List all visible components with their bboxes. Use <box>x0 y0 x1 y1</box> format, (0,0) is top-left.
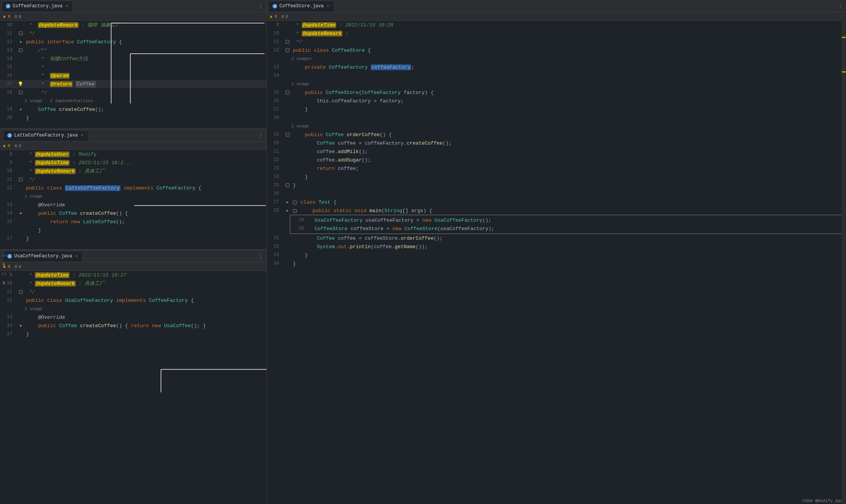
code-line: 11 − */ <box>0 288 266 296</box>
code-line: 23 return coffee; <box>267 164 846 173</box>
line-number: 12 <box>2 298 17 303</box>
bot-tab-bar: J UsaCoffeeFactory.java × ⋮ <box>0 250 266 262</box>
warning-icon: ▲ <box>3 143 6 148</box>
right-code-area: 9 * @updateTime : 2022/11/15 10:28 10 * … <box>267 21 846 504</box>
usage-hint: 1 usage <box>291 82 309 86</box>
close-icon[interactable]: × <box>326 4 330 8</box>
bot-warning-bar: ▲ 5 ∧ ∨ <box>0 262 266 271</box>
nav-up[interactable]: ∧ <box>14 13 17 20</box>
scroll-marker <box>842 71 846 72</box>
line-number: 34 <box>268 261 284 266</box>
line-gutter: ● <box>17 107 25 112</box>
line-number: 12 <box>2 39 17 44</box>
run-gutter-icon[interactable]: ▶ <box>286 208 289 213</box>
tab-menu-icon[interactable]: ⋮ <box>258 132 263 138</box>
fold-icon[interactable]: − <box>286 91 289 94</box>
line-content: Coffee createCoffee(); <box>25 107 266 112</box>
code-line: 14 ● public Coffee createCoffee() { retu… <box>0 321 266 330</box>
fold-icon[interactable]: − <box>293 209 297 213</box>
fold-icon[interactable]: − <box>19 91 23 94</box>
warning-count: 6 <box>8 143 11 148</box>
line-content: } <box>291 261 846 267</box>
tab-coffee-factory[interactable]: J CoffeeFactory.java × <box>2 1 73 12</box>
line-number: 16 <box>2 73 17 78</box>
code-line: 15 − public CoffeeStore(CoffeeFactory fa… <box>267 88 846 97</box>
fold-icon[interactable]: − <box>286 40 289 44</box>
code-line: 10 * @updateRemark : 具体工厂 <box>0 279 266 288</box>
code-line: 16 * @param <box>0 71 266 80</box>
line-gutter: − <box>284 91 291 94</box>
tab-menu-icon[interactable]: ⋮ <box>258 3 263 9</box>
fold-icon[interactable]: − <box>293 201 297 204</box>
usage-hint-line: 2 usages <box>267 54 846 63</box>
line-content: public class CoffeeStore { <box>291 48 846 53</box>
fold-icon[interactable]: − <box>19 31 23 35</box>
fold-icon[interactable]: − <box>286 133 289 137</box>
nav-up[interactable]: ∧ <box>14 142 17 149</box>
tab-menu-icon[interactable]: ⋮ <box>258 253 263 259</box>
line-content: } <box>25 115 266 121</box>
line-number: 21 <box>268 149 284 154</box>
close-icon[interactable]: × <box>65 4 69 8</box>
line-content: CoffeeStore coffeeStore = new CoffeeStor… <box>307 226 846 232</box>
line-content: } <box>291 183 846 188</box>
line-content: */ <box>291 39 846 45</box>
line-number: 18 <box>268 115 284 120</box>
run-icon[interactable]: ● <box>20 107 22 112</box>
line-gutter: ● <box>17 324 25 328</box>
nav-up[interactable]: ∧ <box>281 13 284 20</box>
java-icon: J <box>6 4 10 8</box>
tab-label: UsaCoffeeFactory.java <box>14 254 72 259</box>
line-number: 17 <box>268 107 284 112</box>
nav-down[interactable]: ∨ <box>18 263 21 270</box>
line-content: * @param <box>25 73 266 79</box>
usage-hint: 1 usage 2 implementations <box>25 99 93 103</box>
line-content: Coffee coffee = coffeeFactory.createCoff… <box>291 140 846 146</box>
fold-icon[interactable]: − <box>286 183 289 187</box>
tab-usa-factory[interactable]: J UsaCoffeeFactory.java × <box>3 251 83 262</box>
nav-down[interactable]: ∨ <box>285 13 288 20</box>
side-letter: li <box>1 272 6 276</box>
line-content: public Coffee orderCoffee() { <box>291 132 846 138</box>
usage-hint: 1 usage <box>291 124 309 128</box>
code-line: 12 ● public interface CoffeeFactory { <box>0 38 266 46</box>
tab-coffee-store[interactable]: J CoffeeStore.java × <box>268 1 334 12</box>
right-tab-bar: J CoffeeStore.java × ⋮ <box>267 0 846 12</box>
code-line: 12 public class UsaCoffeeFactory impleme… <box>0 296 266 305</box>
fold-icon[interactable]: − <box>19 178 23 181</box>
code-line: 16 this.coffeeFactory = factory; <box>267 97 846 105</box>
line-content: return coffee; <box>291 166 846 171</box>
line-gutter: ● <box>17 40 25 44</box>
code-line: 20 Coffee coffee = coffeeFactory.createC… <box>267 139 846 147</box>
fold-icon[interactable]: − <box>19 290 23 294</box>
tab-latte-factory[interactable]: J LatteCoffeeFactory.java × <box>3 130 88 141</box>
nav-up[interactable]: ∧ <box>14 263 17 270</box>
nav-down[interactable]: ∨ <box>18 142 21 149</box>
fold-icon[interactable]: − <box>286 48 289 52</box>
fold-icon[interactable]: − <box>19 48 23 52</box>
tab-label: LatteCoffeeFactory.java <box>14 133 78 138</box>
tab-menu-icon[interactable]: ⋮ <box>838 3 843 9</box>
line-content: System.out.println(coffee.getName()); <box>291 244 846 250</box>
line-number: 15 <box>2 219 17 224</box>
run-gutter-icon[interactable]: ▶ <box>286 200 289 204</box>
line-number: 10 <box>2 168 17 174</box>
side-letter: 0 <box>3 262 5 267</box>
line-number: 8 <box>2 152 17 157</box>
line-gutter: − <box>17 31 25 35</box>
left-panel: J CoffeeFactory.java × ⋮ ▲ 6 ∧ ∨ 10 <box>0 0 267 504</box>
top-subpanel: J CoffeeFactory.java × ⋮ ▲ 6 ∧ ∨ 10 <box>0 0 266 128</box>
close-icon[interactable]: × <box>74 254 79 259</box>
java-icon: J <box>7 254 12 259</box>
line-number: 30 <box>292 226 307 231</box>
line-number: 11 <box>2 289 17 295</box>
right-scrollbar[interactable] <box>841 12 846 504</box>
code-line: 14 <box>267 71 846 80</box>
close-icon[interactable]: × <box>80 133 84 138</box>
code-line: 14 ● public Coffee createCoffee() { <box>0 209 266 217</box>
usage-hint: 1 usage <box>25 194 42 199</box>
nav-arrows: ∧ ∨ <box>14 13 21 20</box>
run-icon[interactable]: ● <box>20 40 22 44</box>
line-gutter: − <box>284 48 291 52</box>
nav-down[interactable]: ∨ <box>18 13 21 20</box>
